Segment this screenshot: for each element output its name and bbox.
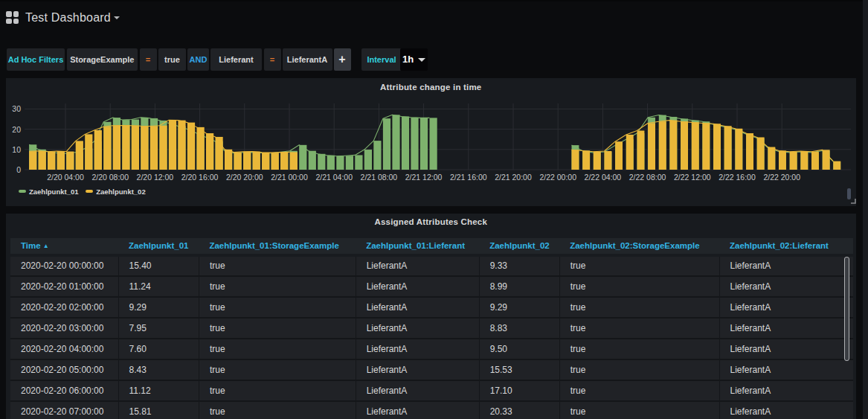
- svg-text:2/21 20:00: 2/21 20:00: [495, 173, 532, 182]
- svg-text:0: 0: [16, 165, 21, 174]
- svg-text:2/20 04:00: 2/20 04:00: [47, 173, 84, 182]
- svg-text:2/22 12:00: 2/22 12:00: [674, 173, 711, 182]
- svg-text:2/22 04:00: 2/22 04:00: [585, 173, 622, 182]
- svg-text:2/20 16:00: 2/20 16:00: [181, 173, 219, 182]
- svg-text:20: 20: [12, 125, 21, 134]
- svg-text:2/20 12:00: 2/20 12:00: [137, 173, 174, 182]
- svg-text:2/21 04:00: 2/21 04:00: [315, 173, 353, 182]
- svg-text:2/22 16:00: 2/22 16:00: [718, 173, 756, 182]
- svg-text:30: 30: [12, 104, 21, 113]
- svg-text:2/22 20:00: 2/22 20:00: [763, 173, 800, 182]
- svg-text:2/20 20:00: 2/20 20:00: [226, 173, 263, 182]
- svg-text:2/22 08:00: 2/22 08:00: [629, 173, 666, 182]
- svg-text:2/21 00:00: 2/21 00:00: [271, 173, 308, 182]
- svg-text:2/22 00:00: 2/22 00:00: [539, 173, 576, 182]
- svg-text:2/20 08:00: 2/20 08:00: [91, 173, 129, 182]
- svg-text:2/21 08:00: 2/21 08:00: [361, 173, 398, 182]
- svg-text:2/21 12:00: 2/21 12:00: [405, 173, 443, 182]
- svg-text:10: 10: [12, 145, 21, 154]
- svg-text:2/21 16:00: 2/21 16:00: [450, 173, 487, 182]
